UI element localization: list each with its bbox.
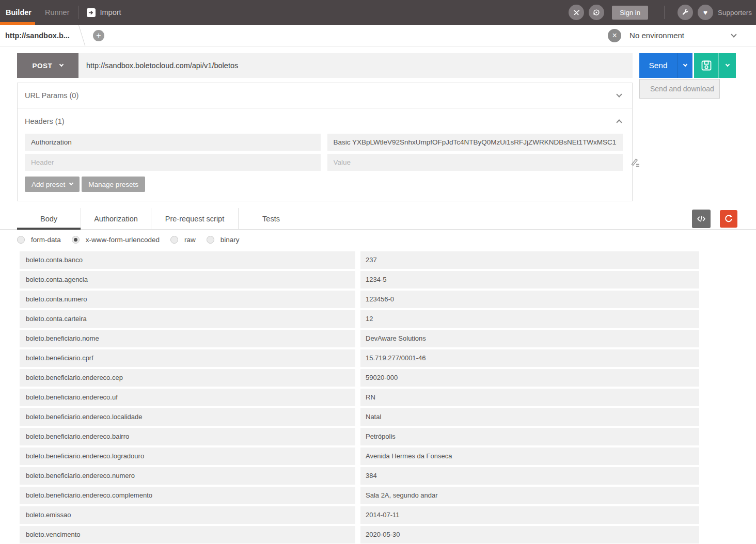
kv-key[interactable]: boleto.beneficiario.endereco.localidade: [20, 408, 355, 426]
bulk-edit-icon[interactable]: [630, 157, 640, 170]
tab-pre-request-script[interactable]: Pre-request script: [151, 208, 238, 229]
add-preset-button[interactable]: Add preset: [25, 177, 80, 192]
kv-value[interactable]: 384: [360, 467, 699, 485]
table-row: boleto.beneficiario.endereco.uf RN: [20, 389, 699, 406]
sign-in-button[interactable]: Sign in: [612, 6, 648, 20]
mode-x-www-form-urlencoded[interactable]: x-www-form-urlencoded: [72, 236, 160, 244]
method-label: POST: [33, 62, 53, 70]
table-row: boleto.beneficiario.endereco.localidade …: [20, 408, 699, 426]
tab-tests[interactable]: Tests: [239, 208, 304, 229]
url-input[interactable]: [78, 53, 633, 78]
refresh-icon: [723, 214, 734, 224]
kv-key[interactable]: boleto.conta.banco: [20, 251, 355, 269]
send-and-download-item[interactable]: Send and download: [640, 79, 719, 98]
method-select[interactable]: POST: [17, 53, 78, 78]
header-key-input[interactable]: [25, 154, 321, 171]
kv-key[interactable]: boleto.beneficiario.endereco.uf: [20, 389, 355, 406]
save-options-button[interactable]: [718, 53, 736, 78]
kv-value[interactable]: 2020-05-30: [360, 526, 699, 543]
environment-selector[interactable]: × No environment: [608, 29, 756, 42]
chevron-down-icon: [731, 31, 736, 37]
kv-key[interactable]: boleto.beneficiario.nome: [20, 330, 355, 347]
kv-value[interactable]: 123456-0: [360, 291, 699, 308]
kv-value[interactable]: 15.719.277/0001-46: [360, 349, 699, 367]
heart-icon[interactable]: ♥: [698, 5, 713, 20]
table-row: boleto.conta.numero 123456-0: [20, 291, 699, 308]
chevron-down-icon: [683, 62, 687, 67]
header-value-input[interactable]: [327, 134, 623, 151]
kv-value[interactable]: RN: [360, 389, 699, 406]
kv-key[interactable]: boleto.conta.numero: [20, 291, 355, 308]
table-row: boleto.beneficiario.endereco.complemento…: [20, 487, 699, 504]
radio-icon: [170, 236, 178, 244]
save-button[interactable]: [694, 53, 718, 78]
kv-key[interactable]: boleto.beneficiario.endereco.numero: [20, 467, 355, 485]
kv-key[interactable]: boleto.beneficiario.endereco.cep: [20, 369, 355, 387]
kv-value[interactable]: DevAware Solutions: [360, 330, 699, 347]
request-tab[interactable]: http://sandbox.b...: [0, 25, 78, 46]
kv-value[interactable]: Petrópolis: [360, 428, 699, 445]
mode-raw[interactable]: raw: [170, 236, 196, 244]
header-key-input[interactable]: [25, 134, 321, 151]
send-options-button[interactable]: [677, 53, 692, 78]
header-row-empty: [25, 154, 623, 171]
table-row: boleto.beneficiario.endereco.logradouro …: [20, 447, 699, 465]
chevron-down-icon: [616, 91, 622, 97]
table-row: boleto.conta.carteira 12: [20, 310, 699, 328]
kv-key[interactable]: boleto.vencimento: [20, 526, 355, 543]
body-mode-selector: form-data x-www-form-urlencoded raw bina…: [17, 236, 756, 244]
nav-builder[interactable]: Builder: [6, 8, 32, 17]
headers-section-header[interactable]: Headers (1): [18, 108, 632, 134]
nav-import-label: Import: [100, 8, 121, 17]
kv-value[interactable]: Natal: [360, 408, 699, 426]
kv-key[interactable]: boleto.beneficiario.endereco.bairro: [20, 428, 355, 445]
header-value-input[interactable]: [327, 154, 623, 171]
kv-value[interactable]: Sala 2A, segundo andar: [360, 487, 699, 504]
header-row: [25, 134, 623, 151]
nav-runner[interactable]: Runner: [45, 8, 70, 17]
chevron-down-icon: [725, 62, 729, 67]
send-button[interactable]: Send: [639, 53, 677, 78]
tab-body[interactable]: Body: [17, 208, 81, 229]
kv-key[interactable]: boleto.beneficiario.endereco.logradouro: [20, 447, 355, 465]
mode-binary[interactable]: binary: [207, 236, 240, 244]
kv-key[interactable]: boleto.beneficiario.endereco.complemento: [20, 487, 355, 504]
params-headers-wrap: URL Params (0) Headers (1) Add preset: [0, 83, 756, 201]
wrench-icon[interactable]: [678, 5, 693, 20]
import-icon: [87, 8, 96, 17]
generate-code-button[interactable]: [692, 210, 711, 228]
kv-key[interactable]: boleto.conta.carteira: [20, 310, 355, 328]
proxy-icon[interactable]: [589, 5, 604, 20]
kv-value[interactable]: Avenida Hermes da Fonseca: [360, 447, 699, 465]
floppy-disk-icon: [700, 59, 713, 72]
tab-authorization[interactable]: Authorization: [81, 208, 151, 229]
manage-presets-button[interactable]: Manage presets: [82, 177, 145, 192]
kv-value[interactable]: 12: [360, 310, 699, 328]
nav-import[interactable]: Import: [87, 8, 121, 17]
interceptor-icon[interactable]: [569, 5, 584, 20]
top-navigation-bar: Builder Runner Import Sign in: [0, 0, 756, 25]
table-row: boleto.beneficiario.endereco.cep 59020-0…: [20, 369, 699, 387]
url-params-title: URL Params (0): [25, 91, 78, 100]
request-builder-row: POST Send Send and download: [17, 53, 736, 78]
no-environment-icon: ×: [608, 29, 621, 42]
kv-value[interactable]: 2014-07-11: [360, 506, 699, 524]
kv-key[interactable]: boleto.emissao: [20, 506, 355, 524]
table-row: boleto.emissao 2014-07-11: [20, 506, 699, 524]
kv-key[interactable]: boleto.beneficiario.cprf: [20, 349, 355, 367]
top-right-actions: Sign in ♥ Supporters: [569, 5, 756, 20]
url-params-section-header[interactable]: URL Params (0): [18, 83, 632, 108]
table-row: boleto.vencimento 2020-05-30: [20, 526, 699, 543]
chevron-down-icon: [59, 62, 64, 67]
kv-value[interactable]: 1234-5: [360, 271, 699, 289]
supporters-link[interactable]: Supporters: [718, 9, 752, 17]
new-tab-button[interactable]: +: [93, 30, 104, 41]
kv-key[interactable]: boleto.conta.agencia: [20, 271, 355, 289]
kv-value[interactable]: 59020-000: [360, 369, 699, 387]
mode-form-data[interactable]: form-data: [17, 236, 61, 244]
send-options-menu: Send and download: [639, 79, 720, 99]
preset-buttons: Add preset Manage presets: [25, 177, 623, 192]
radio-icon: [207, 236, 214, 244]
kv-value[interactable]: 237: [360, 251, 699, 269]
refresh-button[interactable]: [720, 210, 737, 228]
